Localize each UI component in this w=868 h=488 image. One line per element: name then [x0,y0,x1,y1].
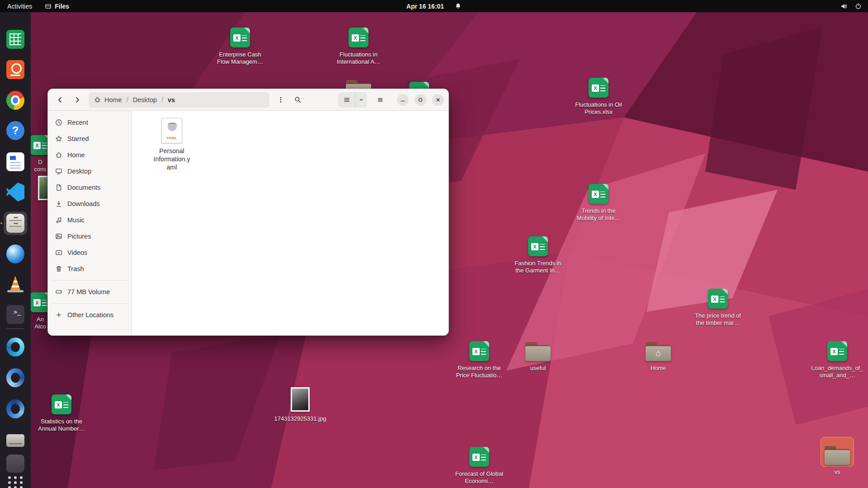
sidebar-item-recent[interactable]: Recent [51,114,128,131]
minimize-button[interactable] [397,94,409,106]
desktop-icon-fluctuations-in-international-a[interactable]: XFluctuations in International A… [332,20,385,66]
sidebar-item-label: Videos [67,249,87,256]
breadcrumb-separator: / [161,96,163,103]
dock-item-drive[interactable] [4,427,27,450]
sidebar: RecentStarredHomeDesktopDocumentsDownloa… [48,111,132,335]
breadcrumb-separator: / [127,96,128,103]
dock-item-libreoffice-impress[interactable] [4,58,27,81]
downloads-icon [55,200,62,207]
desktop-icon-fluctuations-in-oil-prices-xlsx[interactable]: XFluctuations in Oil Prices.xlsx [572,70,625,116]
ring-app-icon [6,368,24,387]
sidebar-item-label: Documents [67,184,100,191]
desktop-icon-trends-in-the-mobility-of-inte[interactable]: XTrends in the Mobility of Inte… [572,176,625,222]
sidebar-item-trash[interactable]: Trash [51,261,128,277]
desktop-icon-label: D cons [34,159,46,173]
xlsx-file-icon: X [589,78,609,98]
sidebar-item-home[interactable]: Home [51,147,128,163]
desktop-icon-vs[interactable]: vs [811,437,863,476]
sidebar-item-music[interactable]: Music [51,212,128,228]
chevron-down-icon [358,97,364,103]
dock-item-vlc[interactable] [4,273,27,296]
dock-item-libreoffice-writer[interactable] [4,150,27,174]
close-button[interactable] [432,94,444,106]
dock-item-browser[interactable] [4,242,27,266]
sidebar-item-starred[interactable]: Starred [51,131,128,147]
desktop-icon-1743132925331-jpg[interactable]: 1743132925331.jpg [274,384,326,422]
view-list-button[interactable] [338,92,355,108]
kebab-menu-icon [277,96,284,103]
maximize-button[interactable] [415,94,426,106]
file-grid[interactable]: YAMLPersonal Information.yaml [132,111,448,335]
desktop-icon-loan-demands-of-small-and[interactable]: XLoan_demands_of_small_and_… [811,333,863,379]
clock-icon [55,119,62,126]
sidebar-item-documents[interactable]: Documents [51,179,128,196]
desktop-icon-label: Research on the Price Fluctuatio… [453,365,505,379]
dock-item-help[interactable]: ? [4,119,27,142]
desktop-icon-label: useful [530,365,546,372]
sidebar-item-pictures[interactable]: Pictures [51,228,128,244]
minimize-icon [400,97,406,103]
home-folder-icon: ⌂ [646,342,671,361]
dock-item-app-ring-2[interactable] [4,366,27,389]
yaml-file-icon: YAML [161,118,182,143]
volume-button[interactable] [840,3,848,10]
sidebar-item-other-locations[interactable]: Other Locations [51,307,128,323]
search-button[interactable] [290,92,306,108]
sidebar-item-77-mb-volume[interactable]: 77 MB Volume [51,284,128,300]
main-menu-button[interactable] [373,92,388,108]
desktop-icon-statistics-on-the-annual-number[interactable]: XStatistics on the Annual Number… [35,387,88,432]
desktop-icon-research-on-the-price-fluctuatio[interactable]: XResearch on the Price Fluctuatio… [453,333,505,379]
xlsx-file-icon: X [469,447,489,467]
sidebar-item-label: Downloads [67,200,100,207]
trash-icon [55,265,62,272]
folder-icon [525,342,551,361]
breadcrumb-desktop[interactable]: Desktop [133,96,157,103]
dock: ?>_ [0,12,31,488]
breadcrumb[interactable]: Home/Desktop/vs [89,92,269,108]
breadcrumb-vs[interactable]: vs [168,96,175,103]
power-button[interactable] [855,3,862,9]
dock-item-app-grid[interactable] [4,471,27,488]
view-options-button[interactable] [355,92,367,108]
sidebar-item-downloads[interactable]: Downloads [51,196,128,212]
window-header: Home/Desktop/vs [48,89,448,111]
desktop-icon-the-price-trend-of-the-timber-mar[interactable]: XThe price trend of the timber mar… [692,281,744,327]
desktop-icon-label: Forecast of Global Economi… [453,470,505,485]
breadcrumb-home[interactable]: Home [104,96,122,103]
sidebar-item-desktop[interactable]: Desktop [51,163,128,179]
plus-icon [55,311,62,319]
view-toggle [338,92,367,108]
documents-icon [55,184,62,191]
help-icon: ? [6,121,24,140]
dock-item-files[interactable] [4,211,27,235]
dock-item-chrome[interactable] [4,89,27,112]
desktop-icon-forecast-of-global-economi[interactable]: XForecast of Global Economi… [453,439,505,485]
speaker-icon [840,3,848,10]
dock-item-vscode[interactable] [4,180,27,204]
path-options-button[interactable] [273,92,288,108]
power-icon [855,3,862,9]
dock-item-libreoffice-calc[interactable] [4,28,27,51]
desktop-icon-enterprise-cash-flow-managem[interactable]: XEnterprise Cash Flow Managem… [214,20,266,66]
file-personal-information-yaml[interactable]: YAMLPersonal Information.yaml [146,115,198,174]
sidebar-item-videos[interactable]: Videos [51,244,128,261]
libreoffice-writer-icon [6,152,24,171]
back-button[interactable] [52,92,68,108]
libreoffice-calc-icon [6,30,24,49]
star-icon [55,135,62,142]
desktop-icon-fashion-trends-in-the-garment-in[interactable]: XFashion Trends in the Garment In… [512,229,564,274]
chevron-left-icon [57,96,64,103]
dock-item-app-ring-1[interactable] [4,335,27,359]
desktop-icon-home[interactable]: ⌂Home [632,333,684,372]
libreoffice-impress-icon [6,60,24,79]
desktop-icon-label: Enterprise Cash Flow Managem… [214,51,266,66]
dock-item-terminal[interactable]: >_ [4,303,27,326]
dock-item-app-ring-3[interactable] [4,397,27,421]
activities-button[interactable]: Activities [7,3,32,10]
desktop-icon-useful[interactable]: useful [512,333,564,372]
clock-button[interactable]: Apr 16 16:01 [406,3,444,10]
ring-app-icon [6,399,24,418]
current-app-menu[interactable]: Files [45,3,69,10]
window-body: RecentStarredHomeDesktopDocumentsDownloa… [48,111,448,335]
forward-button[interactable] [70,92,85,108]
